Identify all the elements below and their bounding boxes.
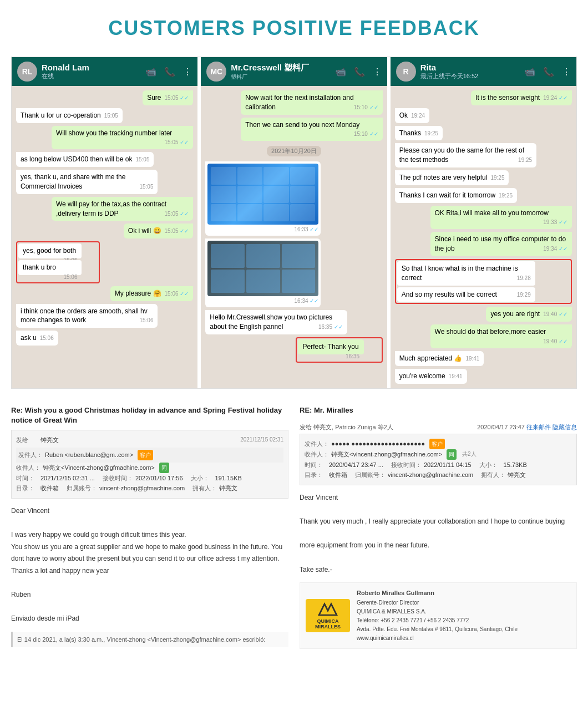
label: 时间： (305, 460, 327, 470)
contact-title: Gerente-Director Director (357, 598, 518, 607)
email-body-2: Dear Vincent Thank you very much , I rea… (300, 492, 577, 576)
call-icon[interactable]: 📞 (164, 67, 175, 77)
msg-text: ask u (21, 334, 37, 342)
name-area-3: Rita 最后上线于今天16:52 (420, 63, 520, 80)
header-icons-1[interactable]: 📹 📞 ⋮ (145, 67, 192, 77)
msg-text: The pdf notes are very helpful (399, 174, 488, 181)
address: Avda. Pdte. Edu. Frei Montalva # 9811, Q… (357, 625, 518, 634)
msg-time: 15:05 ✓✓ (165, 227, 189, 235)
chat-section: RL Ronald Lam 在线 📹 📞 ⋮ Sure 15:05 ✓✓ Tha… (11, 57, 577, 389)
header-icons-2[interactable]: 📹 📞 ⋮ (335, 67, 382, 77)
msg-text: Please can you do the same for the rest … (399, 146, 524, 164)
msg-text: Sure (147, 94, 161, 101)
msg-in: Thanks I can wait for it tomorrow 19:25 (395, 188, 517, 203)
msg-time: 19:41 (449, 373, 463, 380)
video-icon[interactable]: 📹 (524, 67, 535, 77)
video-icon[interactable]: 📹 (335, 67, 346, 77)
call-icon[interactable]: 📞 (543, 67, 554, 77)
msg-time: 19:33 ✓✓ (543, 219, 567, 226)
avatar-3: R (396, 62, 416, 82)
msg-in: Thank u for ur co-operation 15:05 (16, 108, 123, 123)
msg-text: We should do that before,more easier (435, 328, 546, 336)
video-icon[interactable]: 📹 (145, 67, 156, 77)
msg-time: 19:24 ✓✓ (543, 94, 567, 102)
msg-time: 15:10 ✓✓ (354, 104, 378, 111)
msg-time: 15:05 ✓✓ (165, 139, 189, 146)
email-section: Re: Wish you a good Christmas holiday in… (11, 405, 577, 649)
msg-image-2: 16:34 ✓✓ (205, 238, 321, 307)
msg-time: 19:28 (517, 275, 531, 282)
label: 发件人： (18, 450, 43, 460)
msg-in: The pdf notes are very helpful 19:25 (395, 170, 509, 185)
msg-out: Since i need to use my office computer t… (430, 232, 572, 256)
msg-out-highlight: Perfect- Thank you 16:35 (298, 339, 364, 354)
msg-text: We will pay for the tax,as the contract … (56, 200, 166, 217)
msg-text: you're welcome (399, 372, 445, 380)
action-link-1[interactable]: 往来邮件 (526, 424, 551, 430)
msg-out: We will pay for the tax,as the contract … (52, 197, 193, 221)
logo-name: QUIMICA MIRALLES (306, 618, 350, 629)
menu-icon[interactable]: ⋮ (373, 67, 382, 77)
msg-text: OK Rita,i will make all to you tomorrow (435, 209, 549, 217)
chat-body-2: Now wait for the next installation and c… (201, 86, 387, 388)
email-body-1: Dear Vincent I was very happy we could g… (11, 505, 288, 625)
msg-time: 19:25 (490, 174, 504, 182)
chat-window-2: MC Mr.Cresswell 塑料厂 塑料厂 📹 📞 ⋮ Now wait f… (201, 57, 387, 388)
msg-text: It is the sensor weight (475, 94, 540, 101)
label: 收件人： (16, 463, 40, 473)
msg-in: i think once the orders are smooth, shal… (16, 304, 158, 328)
value: 钟亮文<vincent-zhong@gfmachine.com> (331, 449, 442, 460)
count-badge: 共2人 (462, 449, 477, 460)
quoted-email-1: El 14 dic 2021, a la(s) 3:30 a.m., Vince… (11, 632, 288, 647)
logo-svg (317, 602, 339, 617)
name-area-2: Mr.Cresswell 塑料厂 塑料厂 (231, 63, 330, 81)
msg-text: Thanks (399, 129, 421, 137)
label: 发件人： (305, 439, 329, 449)
msg-text: thank u bro (23, 263, 56, 271)
email-subject-2: RE: Mr. Miralles (300, 405, 353, 415)
contact-name-1: Ronald Lam (42, 63, 141, 72)
status-1: 在线 (42, 72, 141, 80)
value: 钟亮文<Vincent-zhong@gfmachine.com> (43, 463, 155, 473)
msg-text: Ok (399, 111, 408, 119)
internal-badge-2: 同 (447, 449, 457, 460)
call-icon[interactable]: 📞 (354, 67, 365, 77)
msg-text: as long below USD400 then will be ok (21, 155, 132, 163)
msg-time: 16:34 ✓✓ (295, 297, 319, 305)
customer-badge: 客户 (138, 450, 153, 460)
logo-area: QUIMICA MIRALLES Roberto Miralles Gullma… (300, 582, 577, 649)
msg-in: Please can you do the same for the rest … (395, 143, 536, 167)
label: 发给 (16, 435, 38, 445)
quoted-text: El 14 dic 2021, a la(s) 3:30 a.m., Vince… (17, 636, 265, 643)
msg-out: Sure 15:05 ✓✓ (143, 90, 193, 105)
label: 时间： (16, 473, 38, 484)
label: 目录： (305, 470, 327, 480)
email-meta-2: 发件人：●●●●● ●●●●●●●●●●●●●●●●●●●●客户 收件人：钟亮文… (300, 434, 577, 485)
msg-out: yes you are right 19:40 ✓✓ (486, 307, 572, 322)
page-title: CUSTOMERS POSITIVE FEEDBACK (11, 11, 577, 45)
msg-text: Now wait for the next installation and c… (245, 94, 353, 111)
msg-time: 16:35 (346, 353, 359, 360)
msg-time: 15:05 (104, 112, 118, 120)
msg-text: And so my results will be correct (402, 291, 497, 298)
msg-time: 19:34 ✓✓ (543, 245, 567, 253)
msg-text: yes you are right (490, 310, 540, 318)
msg-in: Much appreciated 👍 19:41 (395, 351, 484, 366)
chat-header-1: RL Ronald Lam 在线 📹 📞 ⋮ (12, 57, 197, 86)
action-link-2[interactable]: 隐藏信息 (552, 424, 577, 430)
date-actions: 2020/04/17 23:47 往来邮件 隐藏信息 (477, 423, 577, 431)
header-icons-3[interactable]: 📹 📞 ⋮ (524, 67, 571, 77)
msg-time: 16:33 ✓✓ (295, 226, 319, 233)
msg-text: Ok i will 😀 (128, 227, 161, 235)
menu-icon[interactable]: ⋮ (183, 67, 192, 77)
highlight-perfect: Perfect- Thank you 16:35 (296, 337, 382, 363)
msg-text: yes, thank u, and share with me the Comm… (21, 173, 125, 190)
screen-preview-2 (207, 241, 318, 296)
email-header-line: RE: Mr. Miralles (300, 405, 577, 420)
msg-text: So that I know what is in the machine is… (402, 265, 518, 282)
msg-time: 19:24 (411, 112, 425, 120)
chat-header-2: MC Mr.Cresswell 塑料厂 塑料厂 📹 📞 ⋮ (201, 57, 387, 86)
menu-icon[interactable]: ⋮ (562, 67, 571, 77)
msg-time: 19:41 (465, 355, 479, 363)
msg-text: Much appreciated 👍 (399, 354, 463, 362)
